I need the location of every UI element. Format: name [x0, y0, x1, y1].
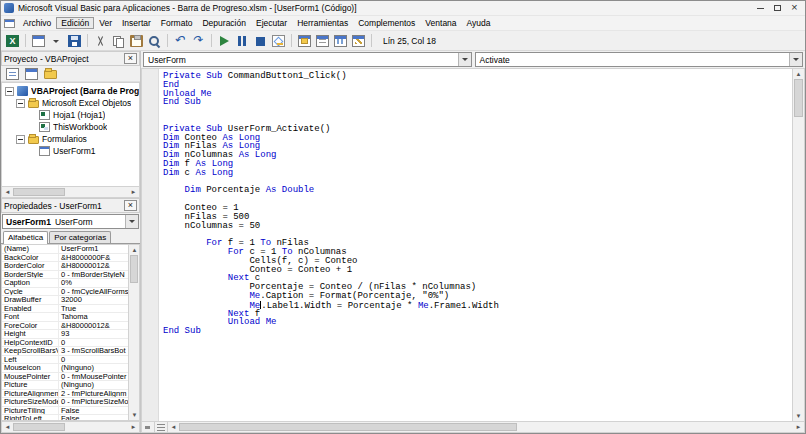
project-explorer-button[interactable] — [296, 33, 313, 49]
maximize-icon[interactable] — [770, 2, 785, 14]
undo-button[interactable] — [172, 33, 189, 49]
property-value[interactable]: False — [59, 407, 128, 415]
break-button[interactable] — [234, 33, 251, 49]
close-icon[interactable] — [124, 53, 137, 64]
property-value[interactable]: 3 - fmScrollBarsBot — [59, 347, 128, 355]
chevron-down-icon[interactable] — [458, 53, 471, 66]
property-value[interactable]: 0 - fmPictureSizeMo — [59, 398, 128, 406]
menu-depuracion[interactable]: Depuración — [197, 17, 250, 29]
design-mode-button[interactable] — [270, 33, 287, 49]
scroll-left-icon[interactable] — [2, 422, 13, 432]
chevron-down-icon[interactable] — [125, 215, 138, 228]
chevron-down-icon[interactable] — [789, 53, 802, 66]
view-object-button[interactable] — [23, 67, 39, 81]
menu-archivo[interactable]: Archivo — [18, 17, 56, 29]
code-line[interactable]: Me.Caption = Format(Porcentaje, "0%") — [163, 292, 792, 301]
property-value[interactable]: True — [59, 305, 128, 313]
code-line[interactable]: Dim c As Long — [163, 169, 792, 178]
procedure-view-button[interactable] — [142, 422, 155, 433]
scroll-up-icon[interactable] — [793, 69, 804, 79]
procedure-dropdown[interactable]: Activate — [475, 52, 804, 67]
scroll-up-icon[interactable] — [129, 245, 140, 255]
scroll-right-icon[interactable] — [128, 422, 139, 432]
collapse-icon[interactable] — [16, 135, 25, 144]
scrollbar-track[interactable] — [13, 187, 128, 197]
properties-vscrollbar[interactable] — [128, 245, 139, 420]
toggle-folders-button[interactable] — [42, 67, 58, 81]
code-line[interactable]: End — [163, 81, 792, 90]
property-value[interactable]: 32000 — [59, 296, 128, 304]
scrollbar-thumb[interactable] — [179, 423, 517, 431]
view-excel-button[interactable] — [4, 33, 21, 49]
scrollbar-thumb[interactable] — [130, 255, 138, 283]
menu-edicion[interactable]: Edición — [56, 17, 94, 29]
property-value[interactable]: &H80000012& — [59, 262, 128, 270]
property-value[interactable]: 0 - fmBorderStyleN — [59, 271, 128, 279]
insert-userform-button[interactable] — [30, 33, 47, 49]
code-line[interactable]: Unload Me — [163, 90, 792, 99]
code-margin-bar[interactable] — [142, 69, 159, 421]
code-line[interactable]: Unload Me — [163, 318, 792, 327]
full-module-view-button[interactable] — [155, 422, 168, 433]
code-line[interactable]: Dim nColumnas As Long — [163, 151, 792, 160]
minimize-icon[interactable] — [753, 2, 768, 14]
redo-button[interactable] — [190, 33, 207, 49]
caret-down-button[interactable] — [48, 33, 65, 49]
code-vscrollbar[interactable] — [792, 69, 804, 421]
code-line[interactable]: Dim f As Long — [163, 160, 792, 169]
copy-button[interactable] — [110, 33, 127, 49]
scrollbar-thumb[interactable] — [13, 423, 65, 431]
code-line[interactable]: nColumnas = 50 — [163, 222, 792, 231]
tree-item-thisworkbook[interactable]: ThisWorkbook — [2, 121, 139, 133]
toolbox-button[interactable] — [350, 33, 367, 49]
scroll-left-icon[interactable] — [168, 422, 179, 432]
menu-ventana[interactable]: Ventana — [420, 17, 461, 29]
scroll-right-icon[interactable] — [128, 187, 139, 197]
property-value[interactable]: 0 - fmCycleAllForms — [59, 288, 128, 296]
menu-complementos[interactable]: Complementos — [353, 17, 420, 29]
tree-item-hoja1-hoja1-[interactable]: Hoja1 (Hoja1) — [2, 109, 139, 121]
object-dropdown[interactable]: UserForm — [143, 52, 472, 67]
property-value[interactable]: 0 — [59, 339, 128, 347]
menu-ejecutar[interactable]: Ejecutar — [251, 17, 292, 29]
cut-button[interactable] — [92, 33, 109, 49]
properties-hscrollbar[interactable] — [1, 421, 140, 433]
property-value[interactable]: False — [59, 415, 128, 420]
menu-herramientas[interactable]: Herramientas — [292, 17, 353, 29]
code-line[interactable]: End Sub — [163, 327, 792, 336]
close-icon[interactable] — [124, 200, 137, 211]
code-line[interactable] — [163, 107, 792, 116]
property-value[interactable]: UserForm1 — [59, 245, 128, 253]
scrollbar-track[interactable] — [129, 255, 139, 410]
tab-alfabetica[interactable]: Alfabética — [3, 231, 48, 244]
property-value[interactable]: Tahoma — [59, 313, 128, 321]
close-icon[interactable] — [787, 2, 802, 14]
object-browser-button[interactable] — [332, 33, 349, 49]
menu-insertar[interactable]: Insertar — [117, 17, 156, 29]
property-value[interactable]: 0 - fmMousePointer — [59, 373, 128, 381]
view-code-button[interactable] — [4, 67, 20, 81]
property-value[interactable]: &H8000000F& — [59, 254, 128, 262]
code-line[interactable]: Dim Porcentaje As Double — [163, 186, 792, 195]
tree-item-formularios[interactable]: Formularios — [2, 133, 139, 145]
scroll-left-icon[interactable] — [2, 187, 13, 197]
property-value[interactable]: 2 - fmPictureAlignm — [59, 390, 128, 398]
code-line[interactable] — [163, 195, 792, 204]
code-editor[interactable]: Private Sub CommandButton1_Click()EndUnl… — [159, 69, 792, 421]
code-hscrollbar[interactable] — [141, 421, 805, 433]
find-button[interactable] — [146, 33, 163, 49]
scroll-right-icon[interactable] — [793, 422, 804, 432]
menu-ayuda[interactable]: Ayuda — [462, 17, 496, 29]
code-line[interactable]: Conteo = 1 — [163, 204, 792, 213]
code-line[interactable]: Private Sub CommandButton1_Click() — [163, 72, 792, 81]
property-value[interactable]: (Ninguno) — [59, 364, 128, 372]
property-value[interactable]: (Ninguno) — [59, 381, 128, 389]
reset-button[interactable] — [252, 33, 269, 49]
property-value[interactable]: 93 — [59, 330, 128, 338]
properties-object-combo[interactable]: UserForm1 UserForm — [2, 214, 139, 229]
collapse-icon[interactable] — [5, 87, 14, 96]
scrollbar-thumb[interactable] — [13, 188, 65, 196]
tree-item-userform1[interactable]: UserForm1 — [2, 145, 139, 157]
tree-item-vbaproject-barra-de-progreso-xlsm-[interactable]: VBAProject (Barra de Progreso.xlsm) — [2, 85, 139, 97]
paste-button[interactable] — [128, 33, 145, 49]
